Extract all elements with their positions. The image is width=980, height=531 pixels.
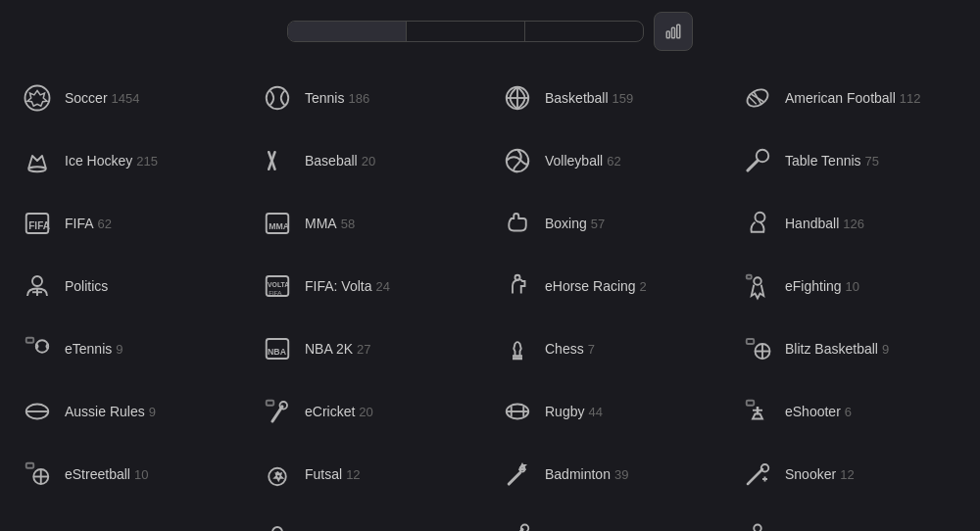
waterpolo-icon (260, 519, 295, 531)
sport-label: eCricket20 (305, 403, 373, 420)
bandy-icon (20, 519, 55, 531)
cricket-icon (500, 519, 535, 531)
sport-count: 57 (591, 217, 605, 231)
sport-name: Table Tennis (785, 153, 861, 169)
sport-item-american-football[interactable]: American Football112 (730, 67, 970, 129)
sport-item-ecricket[interactable]: eCricket20 (250, 380, 490, 443)
efighting-icon (740, 268, 775, 304)
sport-label: Rugby44 (545, 403, 603, 420)
svg-point-47 (280, 402, 288, 410)
soccer-icon (20, 80, 55, 116)
tab-racing[interactable] (525, 22, 643, 41)
sport-item-etennis[interactable]: eTennis9 (10, 317, 250, 380)
svg-rect-0 (666, 31, 669, 38)
sport-item-blitz-basketball[interactable]: Blitz Basketball9 (730, 317, 970, 380)
sport-item-basketball[interactable]: Basketball159 (490, 67, 730, 129)
sport-name: Badminton (545, 466, 611, 482)
svg-rect-52 (747, 401, 755, 406)
sport-item-eshooter[interactable]: eShooter6 (730, 380, 970, 443)
svg-text:FIFA: FIFA (28, 220, 50, 231)
sport-item-handball[interactable]: Handball126 (730, 192, 970, 255)
tab-sports[interactable] (288, 22, 407, 41)
sport-item-soccer[interactable]: Soccer1454 (10, 67, 250, 129)
sport-name: Basketball (545, 90, 609, 106)
sport-item-chess[interactable]: Chess7 (490, 317, 730, 380)
sport-item-table-tennis[interactable]: Table Tennis75 (730, 129, 970, 192)
futsal-icon (260, 457, 295, 492)
sport-item-ehorse[interactable]: eHorse Racing2 (490, 255, 730, 317)
sport-count: 12 (840, 467, 854, 482)
svg-line-61 (509, 473, 519, 484)
sport-label: eShooter6 (785, 403, 852, 420)
sport-label: NBA 2K27 (305, 340, 371, 358)
sport-item-nba2k[interactable]: NBANBA 2K27 (250, 317, 490, 380)
eshooter-icon (740, 394, 775, 429)
sport-count: 24 (375, 279, 389, 294)
baseball-icon (260, 143, 295, 178)
handball-icon (740, 206, 775, 241)
sport-name: eHorse Racing (545, 278, 636, 294)
sport-item-efighting[interactable]: eFighting10 (730, 255, 970, 317)
stats-button[interactable] (654, 12, 693, 51)
sport-name: eFighting (785, 278, 842, 294)
sport-count: 12 (346, 467, 360, 482)
svg-point-64 (761, 464, 769, 472)
top-bar (0, 0, 980, 63)
sport-item-volleyball[interactable]: Volleyball62 (490, 129, 730, 192)
sport-item-tennis[interactable]: Tennis186 (250, 67, 490, 129)
sport-count: 9 (882, 342, 889, 357)
sport-count: 39 (614, 467, 628, 482)
svg-point-13 (28, 167, 46, 171)
sport-label: Futsal12 (305, 465, 361, 483)
sport-label: eTennis9 (65, 340, 123, 358)
sport-item-snooker[interactable]: Snooker12 (730, 443, 970, 506)
svg-rect-33 (26, 338, 34, 343)
sport-item-aussie-rules[interactable]: Aussie Rules9 (10, 380, 250, 443)
sport-name: Futsal (305, 466, 342, 482)
sport-name: Baseball (305, 153, 358, 169)
ice-hockey-icon (20, 143, 55, 178)
sport-label: FIFA62 (65, 215, 112, 232)
sport-label: American Football112 (785, 89, 921, 107)
basketball-icon (500, 80, 535, 116)
svg-point-24 (32, 276, 42, 286)
sport-label: Basketball159 (545, 89, 633, 107)
svg-point-71 (754, 525, 761, 532)
svg-line-18 (748, 161, 758, 170)
sport-count: 62 (607, 154, 620, 169)
sport-name: Blitz Basketball (785, 341, 878, 357)
tab-esports[interactable] (407, 22, 525, 41)
sport-count: 27 (357, 342, 370, 357)
sport-name: eShooter (785, 404, 841, 419)
sport-name: Chess (545, 341, 584, 357)
sport-label: Tennis186 (305, 89, 369, 107)
sport-item-politics[interactable]: Politics (10, 255, 250, 317)
aussie-rules-icon (20, 394, 55, 429)
sport-item-futsal[interactable]: Futsal12 (250, 443, 490, 506)
svg-rect-32 (747, 275, 752, 279)
sport-item-badminton[interactable]: Badminton39 (490, 443, 730, 506)
svg-text:MMA: MMA (269, 221, 290, 231)
sport-item-baseball[interactable]: Baseball20 (250, 129, 490, 192)
sport-item-boxing[interactable]: Boxing57 (490, 192, 730, 255)
sport-item-estreetball[interactable]: eStreetball10 (10, 443, 250, 506)
sport-item-bandy[interactable]: Bandy1 (10, 506, 250, 531)
svg-text:FIFA: FIFA (269, 289, 282, 296)
sport-label: FIFA: Volta24 (305, 277, 390, 295)
sport-count: 58 (341, 217, 355, 231)
sport-label: Table Tennis75 (785, 152, 879, 169)
boxing-icon (500, 206, 535, 241)
sport-item-fifa-volta[interactable]: VOLTAFIFAFIFA: Volta24 (250, 255, 490, 317)
sport-item-rugby[interactable]: Rugby44 (490, 380, 730, 443)
sport-label: Badminton39 (545, 465, 628, 483)
sport-item-waterpolo[interactable]: Waterpolo12 (250, 506, 490, 531)
sport-item-cricket[interactable]: Cricket19 (490, 506, 730, 531)
sport-name: Volleyball (545, 153, 603, 169)
table-tennis-icon (740, 143, 775, 178)
sport-item-fifa[interactable]: FIFAFIFA62 (10, 192, 250, 255)
sport-count: 20 (362, 154, 375, 169)
sport-item-mma[interactable]: MMAMMA58 (250, 192, 490, 255)
sport-label: Volleyball62 (545, 152, 621, 169)
sport-item-cross-country[interactable]: Cross-Country2 (730, 506, 970, 531)
sport-item-ice-hockey[interactable]: Ice Hockey215 (10, 129, 250, 192)
